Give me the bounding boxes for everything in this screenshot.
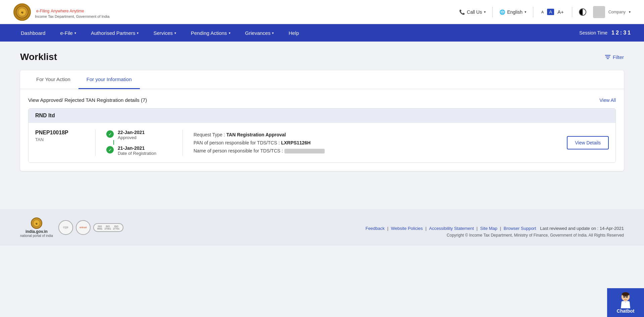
nav-efile[interactable]: e-File ▾	[53, 24, 84, 42]
svg-text:☯: ☯	[21, 11, 23, 14]
nav-grievances[interactable]: Grievances ▾	[238, 24, 281, 42]
view-all-link[interactable]: View All	[599, 98, 616, 103]
company-name: RND ltd	[29, 109, 615, 123]
iso-1: ISO9001	[97, 225, 103, 230]
grievances-chevron-icon: ▾	[272, 31, 274, 35]
tab-for-your-information[interactable]: For your Information	[78, 70, 140, 89]
entry-id: PNEP10018P TAN	[35, 130, 96, 156]
font-controls: A A A+	[540, 8, 565, 15]
policies-link[interactable]: Website Policies	[391, 226, 423, 231]
globe-icon: 🌐	[499, 9, 505, 15]
feedback-link[interactable]: Feedback	[366, 226, 385, 231]
filter-icon	[605, 55, 611, 59]
page-header: Worklist Filter	[20, 52, 624, 62]
nav-help[interactable]: Help	[281, 24, 306, 42]
call-us-button[interactable]: 📞 Call Us ▾	[459, 9, 486, 15]
tab-for-your-action[interactable]: For Your Action	[28, 70, 78, 89]
iso-3: ISO27701	[113, 225, 119, 230]
request-type-line: Request Type : TAN Registration Approval	[194, 132, 549, 137]
font-medium-button[interactable]: A	[547, 9, 554, 15]
pan-line: PAN of person responsible for TDS/TCS : …	[194, 140, 549, 145]
tabs: For Your Action For your Information	[20, 70, 624, 89]
logo-text: e-FilingAnywhere Anytime Income Tax Depa…	[35, 6, 109, 18]
user-info[interactable]: Company	[608, 10, 626, 14]
timeline-status-1: Approved	[118, 135, 145, 140]
check-icon-2: ✓	[106, 146, 114, 153]
india-emblem-icon: ☯	[31, 217, 43, 229]
timeline-item-2: ✓ 21-Jan-2021 Date of Registration	[106, 145, 172, 156]
cqs-badge: CQS	[58, 220, 73, 235]
worklist-card: For Your Action For your Information Vie…	[20, 70, 624, 171]
font-large-button[interactable]: A+	[556, 8, 565, 15]
font-small-button[interactable]: A	[540, 9, 545, 15]
nav-pending[interactable]: Pending Actions ▾	[183, 24, 238, 42]
section-title: View Approved/ Rejected TAN Registration…	[28, 97, 147, 103]
logo-efiling-text: e-FilingAnywhere Anytime	[35, 6, 109, 14]
user-area[interactable]: Company ▾	[593, 6, 631, 18]
language-selector[interactable]: 🌐 English ▾	[499, 9, 526, 15]
name-blurred	[284, 149, 325, 153]
efile-chevron-icon: ▾	[74, 31, 76, 35]
pending-chevron-icon: ▾	[229, 31, 230, 35]
filter-button[interactable]: Filter	[605, 54, 624, 60]
emblem-icon: ☯	[13, 3, 31, 21]
session-time: Session Time 1 2 : 3 1	[579, 30, 631, 36]
nav-services[interactable]: Services ▾	[146, 24, 183, 42]
services-chevron-icon: ▾	[174, 31, 176, 35]
check-icon-1: ✓	[106, 130, 114, 138]
entry-row: PNEP10018P TAN ✓ 22-Jan-2021 Approved	[29, 123, 615, 163]
timeline-item-1: ✓ 22-Jan-2021 Approved	[106, 130, 172, 140]
user-chevron-icon: ▾	[629, 10, 631, 14]
view-details-button[interactable]: View Details	[567, 136, 609, 149]
iso-badges: ISO9001 ISO27001 ISO27701	[93, 223, 124, 232]
navbar: Dashboard e-File ▾ Authorised Partners ▾…	[0, 24, 644, 42]
page-title: Worklist	[20, 52, 57, 62]
section-header: View Approved/ Rejected TAN Registration…	[28, 97, 616, 103]
footer-left: ☯ india.gov.in national portal of india …	[20, 217, 123, 238]
entry-details: Request Type : TAN Registration Approval…	[183, 130, 560, 156]
browser-link[interactable]: Browser Support	[503, 226, 536, 231]
card-content: View Approved/ Rejected TAN Registration…	[20, 89, 624, 171]
last-reviewed: Last reviewed and update on : 14-Apr-202…	[540, 226, 624, 231]
lang-chevron-icon: ▾	[525, 10, 526, 14]
divider-3	[572, 7, 572, 17]
call-chevron-icon: ▾	[484, 10, 486, 14]
name-line: Name of person responsible for TDS/TCS :	[194, 148, 549, 153]
tan-number: PNEP10018P	[35, 130, 87, 136]
partners-chevron-icon: ▾	[137, 31, 139, 35]
timeline-date-1: 22-Jan-2021	[118, 130, 145, 135]
company-block: RND ltd PNEP10018P TAN ✓	[28, 108, 616, 163]
top-header: ☯ e-FilingAnywhere Anytime Income Tax De…	[0, 0, 644, 24]
entrust-badge: entrust	[76, 220, 91, 235]
footer: ☯ india.gov.in national portal of india …	[0, 209, 644, 246]
tan-label: TAN	[35, 137, 87, 142]
timeline: ✓ 22-Jan-2021 Approved ✓	[96, 130, 183, 156]
sitemap-link[interactable]: Site Map	[480, 226, 497, 231]
accessibility-link[interactable]: Accessibility Statement	[429, 226, 474, 231]
entry-action: View Details	[560, 130, 609, 156]
divider-1	[492, 7, 493, 17]
iso-2: ISO27001	[104, 225, 111, 230]
logo-area: ☯ e-FilingAnywhere Anytime Income Tax De…	[13, 3, 109, 21]
india-gov-text: india.gov.in	[25, 229, 48, 234]
contrast-toggle[interactable]	[579, 8, 586, 16]
nav-partners[interactable]: Authorised Partners ▾	[84, 24, 146, 42]
india-gov-sub: national portal of india	[20, 234, 53, 238]
phone-icon: 📞	[459, 9, 465, 15]
footer-badges: CQS entrust ISO9001 ISO27001 ISO27701	[58, 220, 124, 235]
timeline-status-2: Date of Registration	[118, 151, 156, 156]
user-type: Company	[608, 10, 626, 14]
main-content: Worklist Filter For Your Action For your…	[0, 42, 644, 209]
user-avatar	[593, 6, 605, 18]
logo-dept-text: Income Tax Department, Government of Ind…	[35, 14, 109, 18]
footer-right: Feedback | Website Policies | Accessibil…	[137, 226, 624, 238]
timeline-date-2: 21-Jan-2021	[118, 145, 156, 151]
footer-links: Feedback | Website Policies | Accessibil…	[137, 226, 624, 231]
svg-text:☯: ☯	[36, 223, 38, 225]
nav-items: Dashboard e-File ▾ Authorised Partners ▾…	[13, 24, 306, 42]
footer-india-gov: ☯ india.gov.in national portal of india	[20, 217, 53, 238]
nav-dashboard[interactable]: Dashboard	[13, 24, 53, 42]
header-right: 📞 Call Us ▾ 🌐 English ▾ A A A+ Company ▾	[459, 6, 631, 18]
footer-copyright: Copyright © Income Tax Department, Minis…	[137, 233, 624, 238]
divider-2	[533, 7, 533, 17]
